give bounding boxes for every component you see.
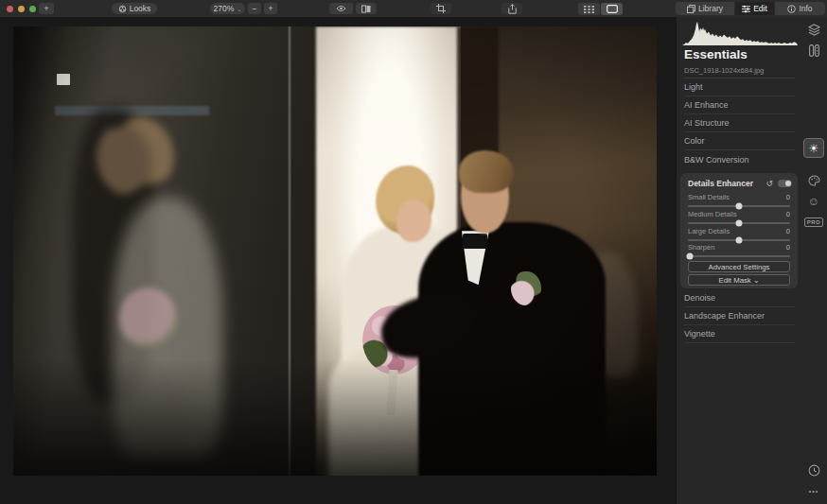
slider-label: Medium Details [688, 210, 737, 218]
section-light[interactable]: Light [684, 78, 795, 96]
wedding-photo[interactable] [13, 26, 657, 476]
share-icon [508, 4, 517, 14]
gallery-view-button[interactable] [578, 3, 600, 15]
section-bw-conversion[interactable]: B&W Conversion [684, 150, 795, 168]
crop-icon [436, 4, 446, 13]
tab-library[interactable]: Library [676, 2, 735, 15]
slider-handle[interactable] [736, 219, 743, 226]
eye-icon [336, 5, 346, 12]
compare-button[interactable] [356, 3, 377, 14]
advanced-settings-button[interactable]: Advanced Settings [688, 261, 790, 272]
reset-icon[interactable]: ↺ [765, 179, 773, 188]
zoom-level-value: 270% [214, 4, 235, 13]
section-label: B&W Conversion [684, 155, 749, 165]
slider-track[interactable] [688, 239, 790, 241]
single-view-button[interactable] [601, 3, 623, 15]
panel-group-title[interactable]: Essentials [684, 47, 748, 61]
sun-icon: ☀ [809, 142, 819, 155]
quick-preview-button[interactable] [329, 3, 353, 14]
minimize-button[interactable] [18, 6, 25, 12]
slider-label: Sharpen [688, 243, 714, 252]
section-label: Landscape Enhancer [684, 311, 765, 321]
slider-large-details: Large Details 0 [688, 227, 790, 242]
compare-panel-button[interactable] [801, 42, 827, 59]
plus-icon: + [269, 4, 273, 13]
section-denoise[interactable]: Denoise [684, 289, 795, 307]
tab-edit-label: Edit [753, 4, 767, 13]
history-button[interactable] [801, 461, 827, 478]
ellipsis-icon: ••• [809, 488, 818, 495]
section-label: Light [684, 82, 703, 92]
slider-label: Small Details [688, 193, 730, 201]
tool-icon-strip: ☀ ☺ PRO ••• [801, 17, 827, 504]
single-image-icon [607, 5, 618, 13]
section-ai-enhance[interactable]: AI Enhance [684, 96, 795, 114]
details-enhancer-title: Details Enhancer [688, 179, 765, 188]
looks-button[interactable]: Looks [112, 3, 157, 14]
smiley-icon: ☺ [808, 195, 819, 208]
slider-track[interactable] [688, 205, 790, 207]
slider-medium-details: Medium Details 0 [688, 210, 790, 225]
tab-library-label: Library [698, 4, 723, 13]
tool-sections-lower: Denoise Landscape Enhancer Vignette [684, 289, 795, 343]
tool-sections-upper: Light AI Enhance AI Structure Color B&W … [684, 78, 795, 168]
section-vignette[interactable]: Vignette [684, 325, 795, 343]
minus-icon: − [253, 4, 257, 13]
mode-tabs: Library Edit Info [676, 2, 825, 15]
tab-info[interactable]: Info [775, 2, 825, 15]
layers-button[interactable] [801, 21, 827, 38]
app-window: + Looks 270% ⌄ − + [0, 0, 827, 504]
essentials-tools-button[interactable]: ☀ [803, 138, 824, 158]
slider-value: 0 [786, 210, 790, 218]
clock-icon [808, 464, 820, 477]
slider-value: 0 [786, 193, 790, 201]
palette-icon [808, 175, 820, 186]
photo-vignette [13, 26, 657, 476]
section-color[interactable]: Color [684, 132, 795, 150]
slider-track[interactable] [688, 255, 790, 257]
zoom-level-dropdown[interactable]: 270% ⌄ [210, 3, 245, 14]
filename-label: DSC_1918-1024x684.jpg [684, 66, 764, 75]
section-label: Denoise [684, 293, 715, 303]
crop-button[interactable] [431, 3, 451, 14]
image-canvas[interactable] [0, 17, 676, 504]
pro-tools-button[interactable]: PRO [801, 214, 827, 231]
looks-icon [118, 5, 127, 13]
chevron-down-icon: ⌄ [237, 6, 241, 12]
section-landscape-enhancer[interactable]: Landscape Enhancer [684, 307, 795, 325]
histogram-luma [682, 22, 798, 45]
edit-mask-button[interactable]: Edit Mask ⌄ [688, 274, 790, 286]
section-label: AI Enhance [684, 100, 729, 110]
creative-tools-button[interactable] [801, 172, 827, 189]
section-label: Color [684, 136, 705, 146]
tab-edit[interactable]: Edit [735, 2, 775, 15]
filter-toggle[interactable] [778, 180, 792, 187]
slider-sharpen: Sharpen 0 [688, 243, 790, 258]
before-after-icon [361, 5, 371, 13]
section-ai-structure[interactable]: AI Structure [684, 114, 795, 132]
more-options-button[interactable]: ••• [801, 482, 827, 499]
slider-track[interactable] [688, 222, 790, 224]
slider-handle[interactable] [687, 252, 694, 259]
plus-icon: + [44, 4, 49, 13]
close-button[interactable] [7, 6, 13, 12]
slider-value: 0 [786, 227, 790, 235]
slider-small-details: Small Details 0 [688, 193, 790, 208]
section-label: AI Structure [684, 118, 730, 128]
toolbar: + Looks 270% ⌄ − + [0, 0, 827, 17]
library-icon [687, 5, 695, 13]
add-photos-button[interactable]: + [39, 3, 54, 14]
fullscreen-button[interactable] [29, 6, 36, 12]
slider-handle[interactable] [736, 236, 743, 243]
slider-handle[interactable] [736, 202, 743, 209]
zoom-in-button[interactable]: + [264, 3, 277, 14]
details-enhancer-header[interactable]: Details Enhancer ↺ [688, 178, 792, 189]
share-button[interactable] [501, 3, 522, 14]
zoom-out-button[interactable]: − [248, 3, 261, 14]
histogram[interactable] [682, 21, 798, 45]
tab-info-label: Info [799, 4, 812, 13]
portrait-tools-button[interactable]: ☺ [801, 193, 827, 210]
split-view-icon [809, 44, 819, 57]
slider-label: Large Details [688, 227, 730, 235]
layers-icon [808, 24, 820, 36]
